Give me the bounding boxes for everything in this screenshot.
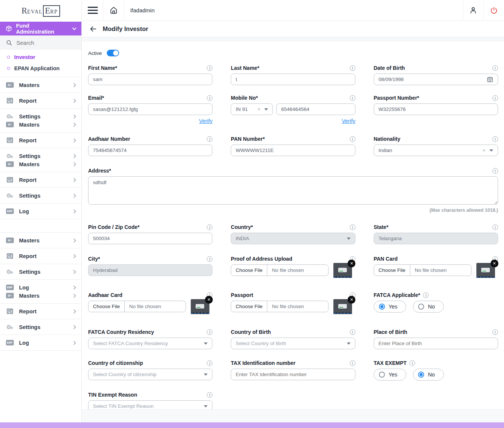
- sidebar-item-investor[interactable]: Investor: [0, 52, 81, 63]
- pan-card-thumbnail[interactable]: [476, 263, 495, 278]
- calendar-icon[interactable]: [487, 76, 493, 83]
- dob-input[interactable]: 08/09/1998: [374, 74, 498, 85]
- choose-file-button[interactable]: Choose File: [231, 265, 267, 276]
- dropdown-arrow-icon: [347, 342, 351, 345]
- sidebar-item-report[interactable]: Report: [0, 133, 81, 148]
- aadhaar-card-file-input[interactable]: Choose File No file chosen: [88, 301, 186, 312]
- place-of-birth-input[interactable]: [374, 338, 498, 349]
- info-icon[interactable]: [207, 224, 212, 230]
- tax-exempt-no-radio[interactable]: No: [413, 369, 444, 381]
- email-input[interactable]: [88, 103, 212, 115]
- info-icon[interactable]: [492, 168, 498, 174]
- passport-file-input[interactable]: Choose File No file chosen: [231, 301, 329, 312]
- fatca-yes-radio[interactable]: Yes: [374, 301, 407, 313]
- info-icon[interactable]: [492, 65, 498, 71]
- mobile-verify-link[interactable]: Verify: [342, 118, 355, 124]
- page-header: Modify Investor: [82, 21, 504, 37]
- active-toggle[interactable]: [107, 50, 119, 56]
- sidebar-item-settings[interactable]: Settings: [0, 264, 81, 280]
- info-icon[interactable]: [207, 392, 212, 398]
- info-icon[interactable]: [350, 136, 355, 142]
- passport-thumbnail[interactable]: [333, 299, 352, 314]
- pincode-input[interactable]: [88, 233, 212, 244]
- sidebar-item-log[interactable]: Log: [0, 204, 81, 219]
- choose-file-button[interactable]: Choose File: [88, 301, 125, 312]
- module-switcher[interactable]: Fund Administration: [0, 22, 81, 35]
- sidebar-item-masters[interactable]: Masters: [0, 77, 81, 93]
- sidebar-item-epan-application[interactable]: EPAN Application: [0, 63, 81, 74]
- passport-number-input[interactable]: [374, 103, 498, 115]
- sidebar-item-settings[interactable]: Settings: [0, 319, 81, 335]
- info-icon[interactable]: [492, 329, 498, 335]
- clear-icon[interactable]: ×: [482, 148, 485, 153]
- choose-file-button[interactable]: Choose File: [374, 265, 410, 276]
- aadhaar-card-thumbnail[interactable]: [191, 299, 209, 314]
- info-icon[interactable]: [350, 95, 355, 101]
- home-button[interactable]: [103, 0, 124, 21]
- sidebar-item-report[interactable]: Report: [0, 172, 81, 188]
- sidebar-item-settings[interactable]: Settings: [0, 188, 81, 204]
- choose-file-button[interactable]: Choose File: [231, 301, 267, 312]
- sidebar-item-label: Settings: [19, 193, 72, 199]
- info-icon[interactable]: [350, 65, 355, 71]
- sidebar-item-label: Report: [19, 137, 72, 143]
- info-icon[interactable]: [350, 224, 355, 230]
- remove-file-icon[interactable]: [491, 260, 498, 267]
- info-icon[interactable]: [423, 292, 429, 298]
- sidebar-item-log[interactable]: Log: [0, 335, 81, 351]
- back-arrow-button[interactable]: [89, 25, 97, 33]
- info-icon[interactable]: [207, 360, 212, 366]
- pan-number-input[interactable]: [231, 145, 355, 156]
- field-aadhaar-number: Aadhaar Number: [88, 136, 212, 156]
- info-icon[interactable]: [207, 95, 212, 101]
- sidebar-search[interactable]: [0, 35, 81, 50]
- remove-file-icon[interactable]: [348, 296, 355, 304]
- email-verify-link[interactable]: Verify: [199, 118, 212, 124]
- proof-of-address-file-input[interactable]: Choose File No file chosen: [231, 264, 329, 276]
- pan-card-file-input[interactable]: Choose File No file chosen: [374, 264, 472, 276]
- remove-file-icon[interactable]: [348, 260, 355, 267]
- info-icon[interactable]: [350, 360, 355, 366]
- profile-button[interactable]: [463, 0, 483, 21]
- sidebar-item-report[interactable]: Report: [0, 304, 81, 319]
- logout-button[interactable]: [483, 0, 504, 21]
- nationality-select[interactable]: Indian ×: [374, 145, 498, 156]
- tax-exempt-yes-radio[interactable]: Yes: [374, 369, 407, 381]
- sidebar-item-settings-masters[interactable]: Settings Masters: [0, 109, 81, 133]
- sidebar-item-log-masters[interactable]: Log Masters: [0, 280, 81, 304]
- search-input[interactable]: [16, 40, 69, 46]
- first-name-input[interactable]: [88, 74, 212, 85]
- report-icon: [7, 253, 13, 259]
- info-icon[interactable]: [350, 329, 355, 335]
- info-icon[interactable]: [207, 65, 212, 71]
- mobile-number-input[interactable]: [276, 103, 355, 115]
- report-icon: [7, 137, 13, 143]
- fatca-no-radio[interactable]: No: [413, 301, 444, 313]
- info-icon[interactable]: [207, 329, 212, 335]
- info-icon[interactable]: [207, 256, 212, 262]
- proof-of-address-thumbnail[interactable]: [333, 263, 352, 278]
- info-icon[interactable]: [492, 224, 498, 230]
- address-textarea[interactable]: sdfsdf: [88, 176, 498, 205]
- sidebar-item-settings-masters[interactable]: Settings Masters: [0, 148, 81, 172]
- sidebar-item-report[interactable]: Report: [0, 93, 81, 109]
- info-icon[interactable]: [492, 95, 498, 101]
- sidebar-item-masters[interactable]: Masters: [0, 233, 81, 248]
- country-of-birth-select[interactable]: Select Country of Birth: [231, 338, 355, 349]
- info-icon[interactable]: [492, 136, 498, 142]
- info-icon[interactable]: [410, 360, 415, 366]
- select-placeholder: Select FATCA Country Residency: [93, 341, 168, 346]
- sidebar-item-report[interactable]: Report: [0, 248, 81, 264]
- tax-id-input[interactable]: [231, 369, 355, 380]
- search-icon: [6, 40, 12, 46]
- remove-file-icon[interactable]: [205, 296, 213, 304]
- clear-icon[interactable]: ×: [258, 106, 261, 112]
- last-name-input[interactable]: [231, 74, 355, 85]
- hamburger-menu-button[interactable]: [82, 0, 103, 21]
- fatca-residency-select[interactable]: Select FATCA Country Residency: [88, 338, 212, 349]
- info-icon[interactable]: [207, 136, 212, 142]
- dropdown-arrow-icon: [347, 238, 351, 240]
- citizenship-select[interactable]: Select Country of citizenship: [88, 369, 212, 380]
- mobile-country-select[interactable]: IN 91 ×: [231, 103, 273, 115]
- aadhaar-number-input[interactable]: [88, 145, 212, 156]
